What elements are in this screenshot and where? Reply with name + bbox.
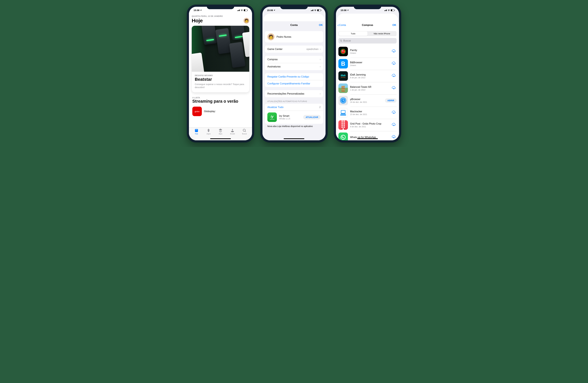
segmented-control: Tudo Não neste iPhone [338, 31, 397, 36]
chevron-right-icon: › [320, 65, 321, 68]
purchase-app-date: 6 de jan. de 2022 [350, 76, 389, 79]
download-button[interactable] [391, 110, 397, 116]
home-indicator[interactable] [284, 138, 304, 139]
profile-avatar: 🧑 [267, 33, 274, 40]
chevron-left-icon: ‹ [337, 23, 339, 27]
account-avatar[interactable]: 🧑 [243, 18, 249, 23]
purchase-app-name: Balanced Tower AR [350, 86, 389, 89]
purchase-app-date: 24 de dez. de 2021 [350, 101, 383, 103]
purchases-list: Parrity Ontem B B&Browser Ontem iDaftjam… [338, 45, 397, 140]
purchase-app-date: Ontem [350, 52, 389, 54]
signal-icon [311, 9, 314, 11]
location-icon [200, 9, 202, 11]
tab-buscar[interactable]: Buscar [239, 129, 251, 140]
battery-icon [244, 9, 248, 11]
chevron-right-icon: › [320, 92, 321, 95]
back-button[interactable]: ‹Conta [337, 23, 346, 27]
download-button[interactable] [391, 48, 397, 54]
svg-rect-1 [195, 130, 198, 130]
app-icon-mactracker [338, 108, 348, 117]
status-time: 15:08 [340, 9, 346, 11]
purchase-row[interactable]: B B&Browser Ontem [338, 58, 397, 70]
row-compras[interactable]: Compras › [265, 56, 323, 63]
signal-icon [237, 9, 240, 11]
ok-button[interactable]: OK [319, 23, 323, 27]
app-icon-globoplay: globo [192, 107, 202, 116]
svg-point-12 [342, 50, 343, 51]
update-button[interactable]: ATUALIZAR [303, 115, 321, 119]
update-app-version: Versão 1.1.5 [279, 117, 301, 120]
row-assinaturas[interactable]: Assinaturas › [265, 63, 323, 70]
download-button[interactable] [391, 85, 397, 91]
purchase-row[interactable]: μBrowser 24 de dez. de 2021 ABRIR [338, 94, 397, 107]
purchase-app-name: Grid Post - Grids Photo Crop [350, 122, 389, 125]
svg-rect-23 [341, 111, 345, 113]
purchase-row[interactable]: Parrity Ontem [338, 45, 397, 58]
segment-nao-neste-iphone[interactable]: Não neste iPhone [368, 31, 396, 36]
row-recomendacoes[interactable]: Recomendações Personalizadas › [265, 90, 323, 97]
search-input[interactable]: Buscar [338, 38, 397, 44]
list-title: Streaming para o verão [192, 99, 249, 104]
profile-row[interactable]: 🧑 Pedro Nunes [265, 31, 323, 43]
download-button[interactable] [391, 122, 397, 128]
app-icon-bbrowser: B [338, 59, 348, 68]
svg-point-4 [232, 129, 233, 130]
purchase-row[interactable]: Mactracker 23 de dez. de 2021 [338, 107, 397, 119]
purchase-row[interactable]: Grid Post - Grids Photo Crop 9 de dez. d… [338, 119, 397, 131]
svg-point-7 [340, 40, 342, 41]
svg-line-6 [245, 131, 246, 132]
home-indicator[interactable] [210, 138, 231, 139]
update-count: 2 [319, 106, 321, 109]
app-icon-idaft: iDaftjamming [338, 71, 348, 81]
search-icon [340, 40, 342, 42]
row-configurar-familiar[interactable]: Configurar Compartilhamento Familiar [265, 80, 323, 87]
purchase-app-name: Mactracker [350, 110, 389, 113]
chevron-right-icon: › [320, 58, 321, 61]
update-all-button[interactable]: Atualizar Tudo [267, 106, 283, 109]
sheet-title: Conta [290, 23, 298, 27]
apps-icon [218, 129, 223, 133]
today-icon [194, 129, 199, 133]
row-game-center[interactable]: Game Center opedrohen › [265, 45, 323, 53]
wifi-icon [241, 9, 243, 11]
download-button[interactable] [391, 73, 397, 79]
purchase-row[interactable]: iDaftjamming iDaft Jamming 6 de jan. de … [338, 70, 397, 82]
featured-card-beatstar[interactable]: DESAFIO MÁXIMO Beatstar Consegue superar… [192, 26, 249, 92]
purchase-app-name: iDaft Jamming [350, 73, 389, 76]
purchase-row[interactable]: Balanced Tower AR 1 de jan. de 2022 [338, 82, 397, 94]
app-name: Globoplay: [204, 110, 249, 113]
battery-icon [317, 9, 321, 11]
location-icon [273, 9, 275, 11]
download-button[interactable] [391, 134, 397, 140]
home-indicator[interactable] [357, 138, 378, 139]
svg-rect-0 [195, 129, 198, 132]
ok-button[interactable]: OK [393, 23, 397, 27]
list-eyebrow: A LISTA [192, 97, 249, 99]
tab-hoje[interactable]: Hoje [190, 129, 202, 140]
status-time: 15:08 [193, 9, 199, 11]
profile-name: Pedro Nunes [276, 35, 291, 38]
wifi-icon [314, 9, 316, 11]
segment-tudo[interactable]: Tudo [339, 31, 368, 36]
row-resgatar[interactable]: Resgatar Cartão-Presente ou Código [265, 73, 323, 80]
arcade-icon [230, 129, 235, 133]
app-icon-parrity [338, 47, 348, 56]
update-row-izy-smart[interactable]: iy intelbras Izy Smart Versão 1.1.5 ATUA… [265, 111, 323, 124]
search-icon [242, 129, 247, 133]
sheet-header: ‹Conta Compras OK [336, 21, 399, 29]
open-button[interactable]: ABRIR [385, 98, 397, 103]
download-button[interactable] [391, 61, 397, 67]
purchase-app-date: 1 de jan. de 2022 [350, 89, 389, 91]
featured-eyebrow: DESAFIO MÁXIMO [195, 74, 246, 77]
today-date: QUARTA-FEIRA, 12 DE JANEIRO [192, 15, 249, 17]
search-placeholder: Buscar [343, 39, 351, 42]
list-card[interactable]: A LISTA Streaming para o verão globo Glo… [192, 97, 249, 116]
chevron-right-icon: › [320, 47, 321, 51]
update-app-name: Izy Smart [279, 114, 301, 117]
page-title: Hoje [192, 18, 203, 23]
featured-description: Consegue superar o nosso recorde? Toque … [195, 83, 246, 89]
app-icon-whatsup [338, 133, 348, 140]
featured-image [192, 26, 249, 72]
rocket-icon [206, 129, 211, 133]
status-time: 15:08 [267, 9, 273, 11]
